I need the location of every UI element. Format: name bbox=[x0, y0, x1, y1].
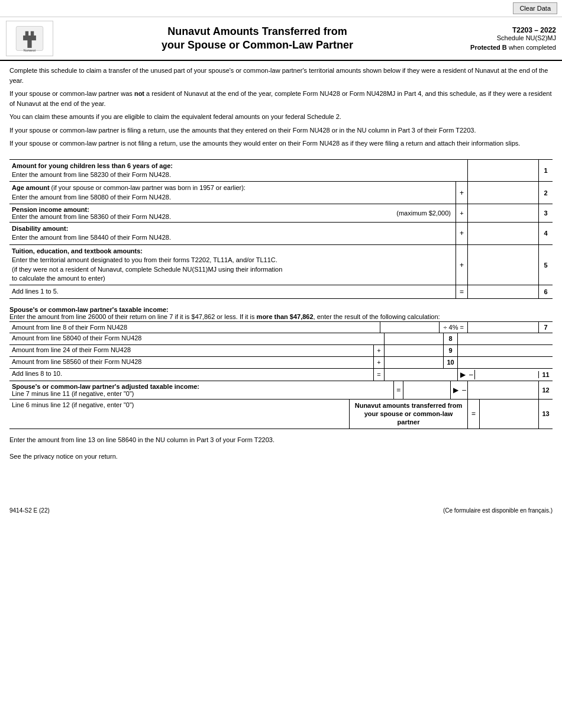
add8to10-input[interactable] bbox=[384, 369, 443, 381]
nunavut-logo: Nunavut bbox=[12, 24, 47, 53]
line6-number: 6 bbox=[538, 285, 553, 298]
clear-data-button[interactable]: Clear Data bbox=[513, 2, 557, 14]
instruction-para5: If your spouse or common-law partner is … bbox=[9, 138, 553, 149]
line5-input[interactable] bbox=[467, 245, 538, 285]
line7-div: ÷ 4% = bbox=[439, 322, 467, 333]
line11-spacer2 bbox=[458, 345, 553, 357]
add8to10-empty bbox=[443, 369, 457, 381]
line12-arrow: ▶ bbox=[450, 381, 461, 399]
line12-middle-input[interactable] bbox=[403, 381, 450, 399]
line13-field[interactable] bbox=[482, 401, 536, 408]
line4-field[interactable] bbox=[470, 230, 536, 237]
line5-row: Tuition, education, and textbook amounts… bbox=[9, 244, 553, 285]
instruction-para4: If your spouse or common-law partner is … bbox=[9, 125, 553, 136]
line1-label: Amount for young children less than 6 ye… bbox=[9, 160, 467, 182]
line5-operator: + bbox=[456, 245, 467, 285]
line8-input[interactable] bbox=[384, 333, 443, 344]
line4-number: 4 bbox=[538, 223, 553, 244]
line10-operator: + bbox=[373, 357, 384, 368]
line1-input[interactable] bbox=[467, 160, 538, 182]
form-title: Nunavut Amounts Transferred from your Sp… bbox=[162, 25, 353, 53]
lines8to11-left: Amount from line 58040 of their Form NU4… bbox=[9, 333, 458, 381]
svg-rect-2 bbox=[23, 36, 36, 40]
line12-minus: – bbox=[461, 381, 467, 399]
svg-rect-4 bbox=[31, 31, 34, 36]
line7-number: 7 bbox=[538, 322, 553, 333]
line6-row: Add lines 1 to 5. = 6 bbox=[9, 285, 553, 298]
line11-input[interactable] bbox=[474, 370, 538, 379]
line11-field[interactable] bbox=[477, 371, 536, 378]
title-area: Nunavut Amounts Transferred from your Sp… bbox=[59, 21, 456, 56]
line2-label: Age amount (if your spouse or common-law… bbox=[9, 182, 456, 204]
line3-field[interactable] bbox=[470, 210, 536, 217]
line3-operator: + bbox=[456, 204, 467, 222]
line9-label: Amount from line 24 of their Form NU428 bbox=[9, 345, 373, 356]
form-content: Amount for young children less than 6 ye… bbox=[0, 157, 562, 431]
instruction-para2: If your spouse or common-law partner was… bbox=[9, 89, 553, 108]
footer-line1: Enter the amount from line 13 on line 58… bbox=[9, 436, 553, 443]
line1-field[interactable] bbox=[470, 167, 536, 174]
line6-label: Add lines 1 to 5. bbox=[9, 285, 456, 298]
logo-area: Nunavut bbox=[6, 21, 53, 56]
schedule-label: Schedule NU(S2)MJ bbox=[456, 34, 556, 41]
line12-field[interactable] bbox=[470, 382, 536, 389]
spouse-section-header: Spouse's or common-law partner's taxable… bbox=[9, 306, 553, 320]
line11-right-area: ▶ – 11 bbox=[458, 333, 553, 381]
add8to10-row: Add lines 8 to 10. = bbox=[9, 369, 457, 381]
line13-number: 13 bbox=[538, 400, 553, 429]
line9-number: 9 bbox=[443, 345, 457, 356]
instruction-para3: You can claim these amounts if you are e… bbox=[9, 112, 553, 122]
line13-input[interactable] bbox=[479, 400, 538, 429]
line9-row: Amount from line 24 of their Form NU428 … bbox=[9, 345, 457, 357]
line5-label: Tuition, education, and textbook amounts… bbox=[9, 245, 456, 285]
line4-operator: + bbox=[456, 223, 467, 244]
line11-result-row: ▶ – 11 bbox=[458, 369, 553, 381]
instructions-section: Complete this schedule to claim a transf… bbox=[0, 61, 562, 157]
line12-middle-field[interactable] bbox=[403, 381, 450, 399]
line13-row: Line 6 minus line 12 (if negative, enter… bbox=[9, 399, 553, 429]
line13-title: Nunavut amounts transferred from your sp… bbox=[349, 400, 467, 429]
line13-eq: = bbox=[467, 400, 479, 429]
line7-field1[interactable] bbox=[383, 323, 437, 330]
svg-rect-1 bbox=[27, 40, 31, 48]
protected-label: Protected B when completed bbox=[456, 44, 556, 51]
line8-number: 8 bbox=[443, 333, 457, 344]
line4-row: Disability amount: Enter the amount from… bbox=[9, 222, 553, 244]
page-footer-center: (Ce formulaire est disponible en françai… bbox=[443, 507, 553, 514]
line7-field2[interactable] bbox=[470, 323, 536, 330]
line8-field[interactable] bbox=[387, 334, 441, 342]
line3-row: Pension income amount: Enter the amount … bbox=[9, 204, 553, 222]
svg-rect-3 bbox=[25, 31, 28, 36]
line12-eq: = bbox=[393, 381, 403, 399]
line8-label: Amount from line 58040 of their Form NU4… bbox=[9, 333, 384, 344]
line11-minus: – bbox=[468, 371, 474, 379]
line2-field[interactable] bbox=[470, 189, 536, 197]
line13-label: Line 6 minus line 12 (if negative, enter… bbox=[9, 400, 349, 429]
line12-input[interactable] bbox=[467, 381, 538, 399]
line9-input[interactable] bbox=[384, 345, 443, 356]
line8-row: Amount from line 58040 of their Form NU4… bbox=[9, 333, 457, 345]
line7-input1[interactable] bbox=[380, 322, 439, 333]
footer-line2: See the privacy notice on your return. bbox=[9, 453, 553, 460]
line5-field[interactable] bbox=[470, 262, 536, 269]
line2-row: Age amount (if your spouse or common-law… bbox=[9, 181, 553, 204]
line4-input[interactable] bbox=[467, 223, 538, 244]
line9-field[interactable] bbox=[387, 346, 441, 353]
line12-row: Spouse's or common-law partner's adjuste… bbox=[9, 381, 553, 399]
line10-input[interactable] bbox=[384, 357, 443, 368]
line6-input[interactable] bbox=[467, 285, 538, 298]
page-footer-left: 9414-S2 E (22) bbox=[9, 507, 50, 514]
add8to10-field[interactable] bbox=[387, 370, 441, 377]
line6-field[interactable] bbox=[470, 288, 536, 295]
right-info: T2203 – 2022 Schedule NU(S2)MJ Protected… bbox=[456, 21, 556, 56]
line11-spacer1 bbox=[458, 333, 553, 345]
line7-result[interactable] bbox=[467, 322, 538, 333]
form-code: T2203 – 2022 bbox=[456, 26, 556, 34]
line10-field[interactable] bbox=[387, 358, 441, 365]
line11-arrow: ▶ bbox=[458, 371, 468, 379]
line3-number: 3 bbox=[538, 204, 553, 222]
line3-input[interactable] bbox=[467, 204, 538, 222]
line2-input[interactable] bbox=[467, 182, 538, 204]
line1-row: Amount for young children less than 6 ye… bbox=[9, 159, 553, 182]
line11-number: 11 bbox=[538, 371, 553, 378]
